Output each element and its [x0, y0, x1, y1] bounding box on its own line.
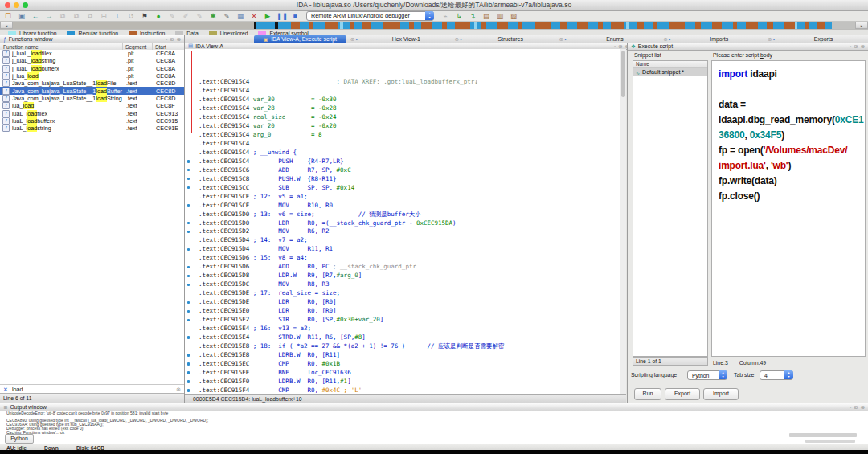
shade-window-icon[interactable]: ⊘ — [170, 35, 174, 43]
download-icon[interactable]: ↓ — [113, 11, 122, 21]
dropdown-stepper-icon[interactable]: ▲▼ — [719, 370, 727, 379]
shade-window-icon[interactable]: ⊘ — [854, 43, 858, 50]
tab-ida-view-a-execute-script[interactable]: ▣IDA View-A, Execute script — [254, 35, 346, 43]
disasm-line[interactable]: .text:CEC915D0 LDR R0, =(__stack_chk_gua… — [185, 219, 626, 228]
stop-icon[interactable]: ■ — [290, 11, 300, 21]
navband-track[interactable] — [13, 22, 855, 29]
disasm-line[interactable]: .text:CEC915E4 STRD.W R11, R6, [SP,#8] — [185, 333, 626, 342]
disasm-line[interactable]: .text:CEC915CE ; 12: v5 = a1; — [185, 193, 626, 202]
cli-input[interactable] — [37, 434, 868, 444]
start-process-icon[interactable]: ● — [154, 11, 163, 21]
scripting-language-select[interactable]: Python ▲▼ — [687, 370, 727, 380]
function-row[interactable]: fluaL_loadbufferx.textCEC915 — [0, 117, 184, 125]
disasm-line[interactable]: .text:CEC915E8 LDRB.W R0, [R11] — [185, 351, 626, 360]
disasm-line[interactable]: .text:CEC915C4 var_28 = -0x28 — [185, 104, 626, 113]
undo-icon[interactable]: ↺ — [126, 11, 136, 21]
navigate-back-icon[interactable]: ← — [31, 11, 40, 21]
disasm-line[interactable]: .text:CEC915CC SUB SP, SP, #0x14 — [185, 184, 626, 193]
tab-hex-view-1[interactable]: Hex View-1 — [362, 35, 451, 43]
disasm-line[interactable]: .text:CEC915E4 ; 16: v13 = a2; — [185, 325, 626, 333]
disasm-line[interactable]: .text:CEC915C4 PUSH {R4-R7,LR} — [185, 157, 626, 166]
disasm-line[interactable]: .text:CEC915D8 LDR.W R9, [R7,#arg_0] — [185, 272, 626, 280]
disasm-line[interactable]: .text:CEC915C6 ADD R7, SP, #0xC — [185, 166, 626, 175]
dropdown-stepper-icon[interactable]: ▲▼ — [425, 11, 434, 20]
disasm-line[interactable]: .text:CEC915CE MOV R10, R0 — [185, 202, 626, 211]
dropdown-stepper-icon[interactable]: ▲▼ — [784, 370, 793, 379]
function-row[interactable]: fluaL_loadfilex.textCEC913 — [0, 109, 184, 117]
disasm-line[interactable]: .text:CEC915E2 STR R0, [SP,#0x30+var_20] — [185, 316, 626, 325]
function-row[interactable]: fj_luaL_loadbufferx.pltCEC8A — [0, 65, 184, 72]
tab-options-icon[interactable]: ⊙ — [663, 36, 667, 42]
clipboard-icon[interactable]: ⊟ — [99, 11, 108, 21]
disasm-line[interactable]: .text:CEC915F0 LDRB.W R0, [R11,#1] — [185, 378, 626, 387]
edit-icon[interactable]: ✎ — [167, 11, 177, 21]
disasm-line[interactable]: .text:CEC915DE LDR R0, [R0] — [185, 298, 626, 307]
disasm-line[interactable]: .text:CEC915F4 CMP R0, #0x4C ; 'L' — [185, 387, 626, 394]
float-window-icon[interactable]: ▫ — [850, 403, 851, 411]
tab-size-select[interactable]: 4 ▲▼ — [760, 370, 793, 380]
delete-icon[interactable]: ✕ — [249, 11, 259, 21]
save-icon[interactable]: ▣ — [17, 11, 27, 21]
disasm-line[interactable]: .text:CEC915D0 ; 13: v6 = size; // 猜测是bu… — [185, 211, 626, 219]
close-panel-icon[interactable]: ⊗ — [177, 35, 181, 43]
pause-icon[interactable]: ❚❚ — [276, 11, 286, 21]
script-body-editor[interactable]: import idaapi data =idaapi.dbg_read_memo… — [711, 60, 866, 357]
flag-icon[interactable]: ⚑ — [140, 11, 149, 21]
step-into-icon[interactable]: ↳ — [454, 11, 464, 21]
tab-options-icon[interactable]: ⊙ — [768, 36, 772, 42]
debugger-selector[interactable]: Remote ARM Linux/Android debugger ▲▼ — [306, 11, 434, 21]
disasm-line[interactable]: .text:CEC915C4 — [185, 140, 626, 149]
copy-icon[interactable]: ⧉ — [58, 11, 68, 21]
new-snippet-icon[interactable]: ✱ — [208, 11, 218, 21]
disasm-line[interactable]: .text:CEC915D2 MOV R6, R2 — [185, 227, 626, 236]
function-row[interactable]: fj_luaL_loadstring.pltCEC8A — [0, 57, 184, 64]
continue-icon[interactable]: ▶ — [263, 11, 272, 21]
disasm-line[interactable]: .text:CEC915DE ; 17: real_size = size; — [185, 289, 626, 298]
function-row[interactable]: fluaL_loadstring.textCEC91E — [0, 125, 184, 132]
function-row[interactable]: fJava_com_luajava_LuaState__1loadBuffer.… — [0, 87, 184, 94]
function-row[interactable]: flua_load.textCEC8F — [0, 102, 184, 109]
chart-icon[interactable]: ▦ — [235, 11, 245, 21]
function-row[interactable]: fj_luaL_loadfilex.pltCEC8A — [0, 50, 184, 57]
disasm-line[interactable]: .text:CEC915C4 var_20 = -0x20 — [185, 122, 626, 131]
scrollbar-thumb[interactable] — [621, 51, 625, 97]
navband-left-arrow-icon[interactable]: ◂ — [0, 22, 13, 29]
disasm-line[interactable]: .text:CEC915C4 ; DATA XREF: .got:luaL_lo… — [185, 78, 626, 87]
disasm-line[interactable]: .text:CEC915D6 ADD R0, PC ; __stack_chk_… — [185, 263, 626, 272]
disassembly-view[interactable]: .text:CEC915C4 ; DATA XREF: .got:luaL_lo… — [185, 49, 626, 394]
function-row[interactable]: fJava_com_luajava_LuaState__1loadFile.te… — [0, 80, 184, 87]
snippet-name-column[interactable]: Name — [633, 61, 707, 68]
disasm-line[interactable]: .text:CEC915C4 var_30 = -0x30 — [185, 96, 626, 104]
disasm-line[interactable]: .text:CEC915D4 ; 14: v7 = a2; — [185, 236, 626, 245]
navigate-forward-icon[interactable]: → — [44, 11, 54, 21]
run-until-icon[interactable]: ▤ — [481, 11, 491, 21]
edit-struct-icon[interactable]: ✐ — [181, 11, 190, 21]
float-window-icon[interactable]: ▫ — [166, 35, 167, 43]
disasm-line[interactable]: .text:CEC915DC MOV R8, R3 — [185, 280, 626, 289]
cli-language-button[interactable]: Python — [5, 434, 34, 444]
snippet-row[interactable]: ∿ Default snippet * — [633, 68, 707, 76]
tab-structures[interactable]: Structures — [466, 35, 555, 43]
disasm-line[interactable]: .text:CEC915E0 LDR R0, [R0] — [185, 307, 626, 316]
attach-icon[interactable]: ⌁ — [440, 11, 450, 21]
tab-exports[interactable]: Exports — [779, 35, 868, 43]
disasm-line[interactable]: .text:CEC915EC CMP R0, #0x1B — [185, 360, 626, 369]
close-panel-icon[interactable]: ⊗ — [861, 403, 865, 411]
modify-icon[interactable]: ✎ — [222, 11, 231, 21]
navband-right-arrow-icon[interactable]: ▸ — [855, 22, 868, 29]
open-file-icon[interactable]: ❐ — [3, 11, 13, 21]
debugger-windows-icon[interactable]: ▧ — [509, 11, 518, 21]
paste-icon[interactable]: ⧉ — [85, 11, 95, 21]
step-over-icon[interactable]: ↴ — [468, 11, 477, 21]
import-button[interactable]: Import — [703, 388, 739, 400]
tab-options-icon[interactable]: ⊙ — [559, 36, 563, 42]
close-panel-icon[interactable]: ⊗ — [861, 43, 865, 50]
function-row[interactable]: fJava_com_luajava_LuaState__1loadString.… — [0, 95, 184, 102]
disasm-line[interactable]: .text:CEC915C4 real_size = -0x24 — [185, 113, 626, 122]
shade-window-icon[interactable]: ⊘ — [854, 403, 858, 411]
clear-search-icon[interactable]: ⊗ — [176, 387, 181, 393]
function-row[interactable]: fj_lua_load.pltCEC8A — [0, 72, 184, 80]
edit-comment-icon[interactable]: ✎ — [194, 11, 204, 21]
disassembly-scrollbar[interactable] — [620, 49, 626, 394]
disasm-line[interactable]: .text:CEC915C4 ; __unwind { — [185, 149, 626, 157]
